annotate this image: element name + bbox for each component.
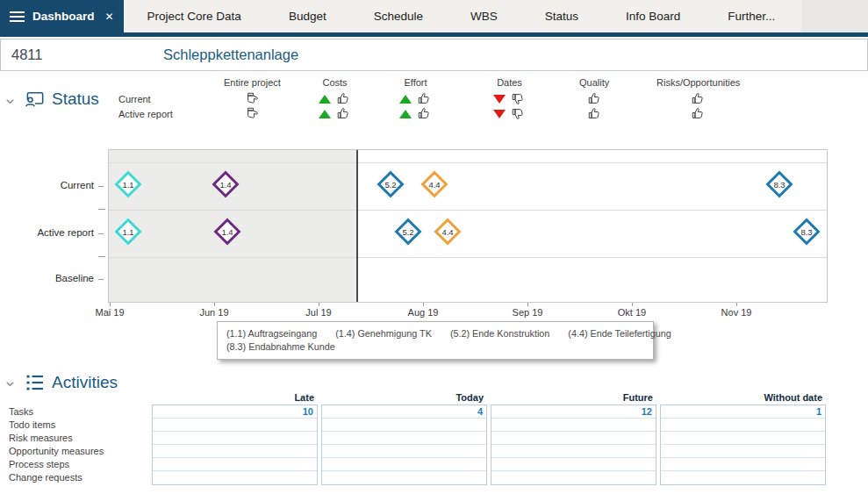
trend-up-icon (399, 95, 412, 104)
activity-count-cell[interactable] (661, 432, 825, 445)
activity-count-cell[interactable] (153, 419, 317, 432)
activity-count-cell[interactable] (153, 471, 317, 484)
tab-budget[interactable]: Budget (265, 0, 350, 32)
status-icons-active-report (691, 106, 706, 121)
tab-further[interactable]: Further... (704, 0, 799, 32)
tab-wbs[interactable]: WBS (447, 0, 521, 32)
tab-info-board[interactable]: Info Board (602, 0, 704, 32)
tab-status[interactable]: Status (521, 0, 602, 32)
tab-label: Further... (728, 10, 775, 23)
activity-count-cell[interactable] (661, 471, 825, 484)
month-tick (214, 303, 215, 306)
activity-count-cell[interactable] (322, 458, 486, 471)
activity-count-cell[interactable] (322, 445, 486, 458)
status-row-label-active-report: Active report (118, 109, 173, 119)
activity-count-cell[interactable] (153, 458, 317, 471)
activity-count-cell[interactable] (491, 471, 656, 484)
milestone-4.4-current[interactable]: 4.4 (420, 170, 448, 197)
chevron-down-icon[interactable] (4, 378, 16, 390)
legend-row: (1.1) Auftragseingang(1.4) Genehmigung T… (226, 327, 644, 340)
dashboard-window: Dashboard ✕ Project Core DataBudgetSched… (0, 0, 868, 494)
close-tab-icon[interactable]: ✕ (105, 11, 114, 23)
trend-up-icon (319, 110, 331, 118)
tab-strip: Dashboard ✕ Project Core DataBudgetSched… (0, 0, 801, 32)
row-label-tick (98, 233, 104, 234)
milestone-id-label: 5.2 (401, 225, 415, 239)
milestone-id-label: 4.4 (427, 177, 441, 191)
activity-count-cell[interactable]: 1 (661, 405, 825, 419)
milestone-id-label: 4.4 (441, 225, 455, 239)
activity-count-cell[interactable] (491, 419, 656, 432)
milestone-5.2-active-report[interactable]: 5.2 (394, 218, 421, 245)
row-separator (109, 210, 827, 211)
thumb-down-icon (511, 106, 526, 121)
activity-count-cell[interactable] (322, 432, 486, 445)
activity-count-cell[interactable]: 12 (491, 405, 656, 419)
chart-row-label-baseline: Baseline (0, 273, 94, 283)
activities-row-label-risk-measures: Risk measures (9, 432, 145, 445)
tab-dashboard[interactable]: Dashboard ✕ (0, 0, 124, 32)
milestone-id-label: 1.1 (121, 225, 135, 239)
tab-schedule[interactable]: Schedule (350, 0, 447, 32)
milestone-5.2-current[interactable]: 5.2 (377, 170, 404, 197)
project-title: Schleppkettenanlage (163, 47, 298, 63)
milestone-id-label: 1.1 (121, 177, 135, 191)
activity-count-cell[interactable] (491, 445, 656, 458)
milestone-id-label: 8.3 (800, 225, 814, 239)
status-row-label-current: Current (118, 94, 151, 104)
month-tick (632, 303, 633, 306)
status-column-entire-project: Entire project (224, 77, 281, 121)
legend-item: (1.4) Genehmigung TK (335, 328, 432, 339)
trend-up-icon (399, 110, 412, 118)
status-icons-current (399, 91, 432, 106)
activity-count-cell[interactable] (322, 471, 486, 484)
activity-count-cell[interactable] (491, 432, 656, 445)
activity-count-cell[interactable]: 4 (322, 405, 486, 419)
activities-row-label-change-requests: Change requests (9, 471, 145, 484)
thumb-up-icon (691, 91, 706, 106)
activity-count-cell[interactable] (661, 419, 825, 432)
status-icons-active-report (493, 106, 526, 121)
row-boundary-tick (98, 209, 105, 210)
status-column-header: Effort (404, 77, 427, 89)
status-icons-active-report (587, 106, 602, 121)
legend-item: (1.1) Auftragseingang (226, 328, 317, 339)
month-label: Mai 19 (95, 307, 124, 318)
activities-column-header-late: Late (152, 392, 318, 403)
milestone-id-label: 1.4 (219, 177, 233, 191)
row-boundary-tick (98, 256, 105, 257)
month-label: Aug 19 (408, 307, 439, 318)
activity-count-cell[interactable] (153, 432, 317, 445)
milestone-8.3-current[interactable]: 8.3 (765, 170, 793, 197)
month-tick (527, 303, 528, 306)
menu-icon[interactable] (10, 9, 25, 25)
milestone-8.3-active-report[interactable]: 8.3 (793, 218, 820, 245)
activity-count-cell[interactable] (491, 458, 656, 471)
thumb-up-icon (417, 106, 432, 121)
month-label: Sep 19 (513, 307, 543, 318)
tab-label: Project Core Data (147, 10, 241, 23)
milestone-chart-plot: 1.11.45.24.48.31.11.45.24.48.3 (108, 149, 828, 303)
activity-count-cell[interactable]: 10 (153, 405, 317, 419)
activity-count-cell[interactable] (661, 458, 825, 471)
milestone-id-label: 5.2 (384, 177, 398, 191)
chevron-down-icon[interactable] (4, 96, 16, 107)
activities-row-label-opportunity-measures: Opportunity measures (9, 445, 145, 458)
tab-project-core-data[interactable]: Project Core Data (124, 0, 265, 32)
activities-column-header-without-date: Without date (660, 392, 826, 403)
activity-count-cell[interactable] (661, 445, 825, 458)
activity-count-cell[interactable] (322, 419, 486, 432)
thumb-neutral-icon (245, 91, 260, 106)
activity-count-cell[interactable] (153, 445, 317, 458)
activities-column-header-future: Future (491, 392, 656, 403)
row-label-tick (98, 279, 104, 280)
month-label: Jul 19 (305, 307, 331, 318)
thumb-up-icon (417, 91, 432, 106)
status-icons-active-report (319, 106, 351, 121)
status-section-title: Status (52, 89, 99, 109)
status-icons-active-report (399, 106, 432, 121)
status-column-quality: Quality (579, 77, 609, 121)
milestone-4.4-active-report[interactable]: 4.4 (434, 218, 461, 245)
status-icons-current (319, 91, 351, 106)
activities-column-future: 12 (491, 405, 656, 485)
